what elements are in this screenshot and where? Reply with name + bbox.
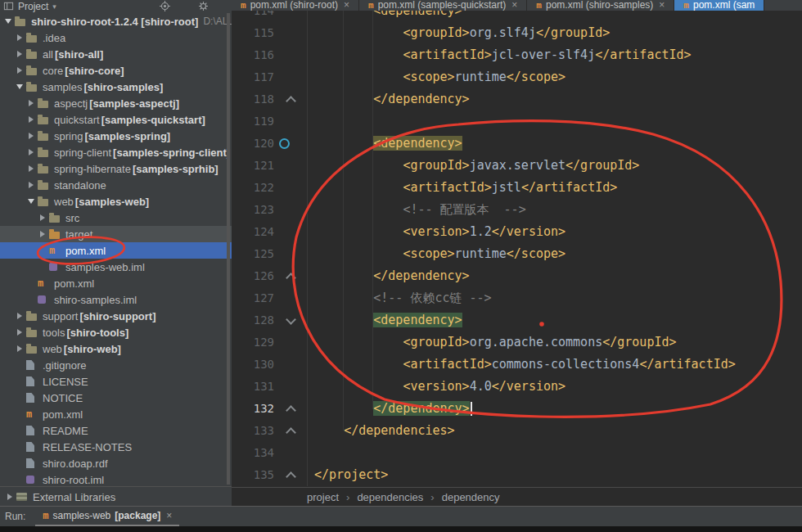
tree-arrow[interactable] (13, 34, 26, 41)
tree-arrow[interactable] (13, 51, 26, 57)
line-number[interactable]: 119 (232, 110, 274, 133)
tree-item[interactable]: shiro.doap.rdf (0, 455, 232, 471)
tree-item[interactable]: LICENSE (0, 373, 232, 390)
tree-arrow[interactable] (2, 19, 15, 24)
tree-item[interactable]: .gitignore (0, 357, 232, 373)
code-line[interactable]: 132 </dependency> (232, 398, 802, 420)
tree-arrow[interactable] (36, 214, 49, 221)
code-line[interactable]: 135</project> (232, 464, 802, 486)
tree-item[interactable]: samples-web.iml (0, 259, 232, 275)
tree-arrow[interactable] (3, 494, 16, 500)
close-icon[interactable]: × (659, 0, 665, 11)
tree-item[interactable]: all [shiro-all] (0, 46, 232, 62)
line-number[interactable]: 122 (232, 177, 274, 199)
line-number[interactable]: 124 (232, 221, 274, 243)
code-line[interactable]: 117 <scope>runtime</scope> (232, 66, 802, 88)
tree-item[interactable]: NOTICE (0, 390, 232, 406)
code-line[interactable]: 118 </dependency> (232, 88, 802, 110)
code-line[interactable]: 127 <!-- 依赖cc链 --> (232, 287, 802, 309)
line-number[interactable]: 130 (232, 354, 274, 376)
line-number[interactable]: 135 (232, 464, 274, 486)
tree-item[interactable]: support [shiro-support] (0, 308, 232, 324)
breadcrumb-item[interactable]: project (307, 491, 339, 503)
tree-item[interactable]: quickstart [samples-quickstart] (0, 111, 232, 128)
line-number[interactable]: 116 (232, 44, 274, 66)
line-number[interactable]: 123 (232, 199, 274, 221)
tree-item[interactable]: web [shiro-web] (0, 340, 232, 357)
caret-down-icon[interactable]: ▾ (52, 2, 56, 11)
editor-tab[interactable]: mpom.xml (shiro-samples)× (527, 0, 674, 11)
tree-arrow[interactable] (13, 329, 26, 336)
code-line[interactable]: 116 <artifactId>jcl-over-slf4j</artifact… (232, 44, 802, 66)
tree-arrow[interactable] (13, 313, 26, 319)
line-number[interactable]: 129 (232, 331, 274, 354)
code-line[interactable]: 119 (232, 110, 802, 133)
tree-item[interactable]: web [samples-web] (0, 193, 232, 210)
tree-item[interactable]: mpom.xml (0, 242, 232, 259)
fold-collapse-icon[interactable] (286, 471, 296, 482)
line-number[interactable]: 125 (232, 243, 274, 265)
tree-item[interactable]: shiro-root.iml (0, 471, 232, 488)
editor-tab[interactable]: mpom.xml (shiro-root)× (232, 0, 359, 11)
line-number[interactable]: 126 (232, 265, 274, 287)
tree-item[interactable]: tools [shiro-tools] (0, 324, 232, 340)
code-line[interactable]: 134 (232, 442, 802, 464)
tree-arrow[interactable] (25, 199, 38, 204)
tree-item[interactable]: shiro-shiro-root-1.2.4 [shiro-root]D:\AL… (0, 13, 232, 29)
tree-item[interactable]: README (0, 422, 232, 439)
code-line[interactable]: 133 </dependencies> (232, 420, 802, 442)
tree-item[interactable]: aspectj [samples-aspectj] (0, 95, 232, 111)
tree-item[interactable]: spring-client [samples-spring-client] (0, 144, 232, 160)
fold-collapse-icon[interactable] (286, 273, 296, 283)
close-icon[interactable]: × (166, 510, 172, 521)
tree-arrow[interactable] (13, 67, 26, 74)
close-icon[interactable]: × (511, 0, 517, 11)
editor-tab[interactable]: mpom.xml (samples-quickstart)× (359, 0, 527, 11)
tree-arrow[interactable] (25, 149, 38, 156)
line-number[interactable]: 131 (232, 376, 274, 398)
tree-item[interactable]: core [shiro-core] (0, 62, 232, 79)
code-line[interactable]: 122 <artifactId>jstl</artifactId> (232, 177, 802, 199)
tree-item[interactable]: samples [shiro-samples] (0, 79, 232, 95)
line-number[interactable]: 117 (232, 66, 274, 88)
editor-tab[interactable]: mpom.xml (sam (674, 0, 764, 11)
tree-arrow[interactable] (25, 133, 38, 139)
tree-item[interactable]: RELEASE-NOTES (0, 439, 232, 455)
tree-item[interactable]: src (0, 210, 232, 226)
code-line[interactable]: 129 <groupId>org.apache.commons</groupId… (232, 331, 802, 354)
gear-icon[interactable] (198, 1, 209, 11)
panel-splitter[interactable] (227, 13, 230, 485)
tree-item[interactable]: spring [samples-spring] (0, 128, 232, 144)
line-number[interactable]: 134 (232, 442, 274, 464)
code-line[interactable]: 126 </dependency> (232, 265, 802, 287)
code-line[interactable]: 131 <version>4.0</version> (232, 376, 802, 398)
close-icon[interactable]: × (344, 0, 349, 11)
fold-collapse-icon[interactable] (286, 405, 296, 416)
line-number[interactable]: 133 (232, 420, 274, 442)
tree-arrow[interactable] (13, 345, 26, 352)
code-line[interactable]: 120 <dependency> (232, 133, 802, 155)
tree-item[interactable]: target (0, 226, 232, 242)
tree-arrow[interactable] (13, 84, 26, 89)
tree-item[interactable]: mpom.xml (0, 275, 232, 291)
tree-item-external-libraries[interactable]: External Libraries (0, 489, 232, 505)
code-line[interactable]: 121 <groupId>javax.servlet</groupId> (232, 155, 802, 177)
code-line[interactable]: 123 <!-- 配置版本 --> (232, 199, 802, 221)
run-tab[interactable]: m samples-web [package] × (35, 507, 179, 526)
fold-collapse-icon[interactable] (286, 427, 296, 438)
tree-arrow[interactable] (25, 116, 38, 123)
line-number[interactable]: 118 (232, 88, 274, 110)
tree-item[interactable]: .idea (0, 29, 232, 46)
breadcrumb-item[interactable]: dependency (442, 491, 500, 503)
tree-item[interactable]: standalone (0, 177, 232, 193)
line-number[interactable]: 132 (232, 398, 274, 420)
code-line[interactable]: 130 <artifactId>commons-collections4</ar… (232, 354, 802, 376)
line-number[interactable]: 120 (232, 133, 274, 155)
breadcrumb-item[interactable]: dependencies (357, 491, 423, 503)
tree-arrow[interactable] (25, 100, 38, 106)
tree-item[interactable]: shiro-samples.iml (0, 291, 232, 308)
maven-sync-icon[interactable] (279, 138, 290, 149)
code-line[interactable]: 124 <version>1.2</version> (232, 221, 802, 243)
code-line[interactable]: 115 <groupId>org.slf4j</groupId> (232, 22, 802, 44)
tree-item[interactable]: spring-hibernate [samples-sprhib] (0, 160, 232, 177)
